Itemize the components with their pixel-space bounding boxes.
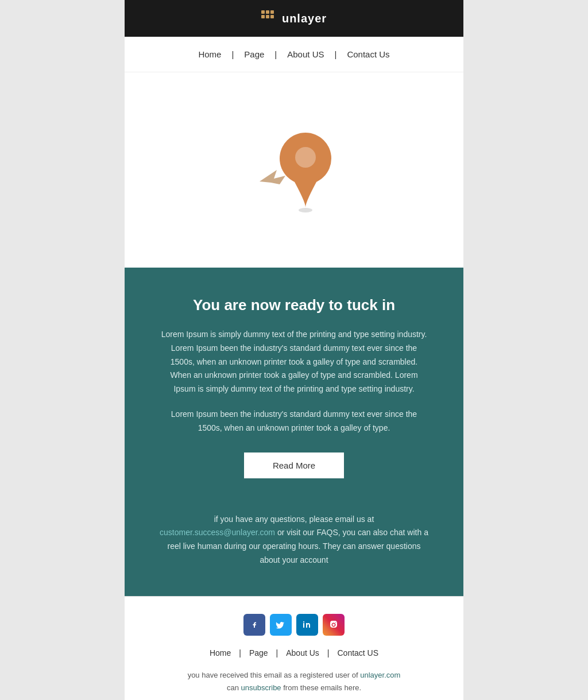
hero-section (125, 72, 463, 268)
svg-rect-4 (266, 15, 269, 18)
nav-item-contact[interactable]: Contact Us (336, 49, 400, 59)
site-link[interactable]: unlayer.com (360, 671, 400, 679)
svg-point-7 (295, 147, 316, 168)
main-nav: Home | Page | About US | Contact Us (125, 37, 463, 72)
footer-nav-about[interactable]: About Us (278, 648, 327, 658)
twitter-icon[interactable] (270, 614, 292, 636)
logo-area: unlayer (136, 10, 452, 26)
linkedin-icon[interactable] (296, 614, 318, 636)
nav-item-home[interactable]: Home (188, 49, 231, 59)
logo-text: unlayer (282, 12, 327, 25)
instagram-icon[interactable] (323, 614, 345, 636)
contact-line1: if you have any questions, please email … (214, 515, 374, 524)
content-heading: You are now ready to tuck in (159, 296, 429, 314)
contact-email-link[interactable]: customer.success@unlayer.com (160, 528, 275, 537)
content-body-1: Lorem Ipsum is simply dummy text of the … (159, 328, 429, 396)
location-pin-icon (242, 113, 346, 227)
contact-info: if you have any questions, please email … (159, 513, 429, 567)
social-icons-row (136, 614, 452, 636)
footer-nav-page[interactable]: Page (241, 648, 276, 658)
registered-prefix: you have received this email as a regist… (188, 671, 358, 679)
footer-nav-contact[interactable]: Contact US (329, 648, 386, 658)
nav-item-about[interactable]: About US (277, 49, 334, 59)
footer-registered-text: you have received this email as a regist… (136, 669, 452, 694)
footer-nav-home[interactable]: Home (202, 648, 239, 658)
facebook-icon[interactable] (243, 614, 265, 636)
from-text: from these emails here. (283, 683, 361, 692)
read-more-button[interactable]: Read More (244, 453, 344, 478)
unsubscribe-link[interactable]: unsubscribe (241, 683, 281, 692)
location-pin-wrapper (242, 113, 346, 227)
svg-point-8 (299, 208, 312, 212)
footer-nav: Home | Page | About Us | Contact US (136, 648, 452, 658)
content-body-2: Lorem Ipsum been the industry's standard… (159, 408, 429, 435)
nav-item-page[interactable]: Page (234, 49, 274, 59)
svg-rect-5 (270, 15, 274, 18)
can-text: can (227, 683, 239, 692)
svg-rect-2 (270, 10, 274, 14)
header: unlayer (125, 0, 463, 37)
footer: Home | Page | About Us | Contact US you … (125, 596, 463, 700)
content-section: You are now ready to tuck in Lorem Ipsum… (125, 268, 463, 596)
svg-rect-1 (266, 10, 269, 14)
svg-rect-0 (261, 10, 265, 14)
logo-icon (261, 10, 277, 26)
email-container: unlayer Home | Page | About US | Contact… (125, 0, 463, 700)
svg-rect-3 (261, 15, 265, 18)
